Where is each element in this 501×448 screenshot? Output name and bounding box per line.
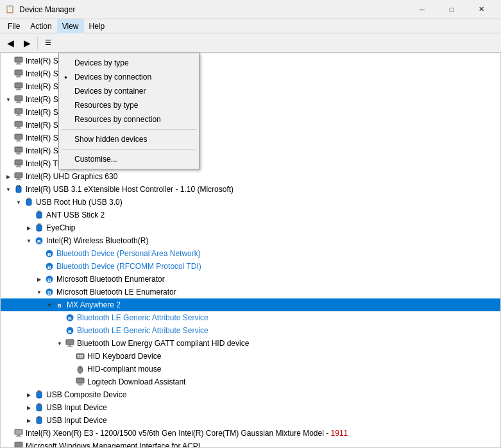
svg-rect-5 [16, 76, 21, 78]
tree-item[interactable]: ▶Intel(R) UHD Graphics 630 [1, 170, 500, 183]
device-name: HID-compliant mouse [87, 365, 161, 374]
expand-icon[interactable]: ▼ [34, 287, 44, 297]
menu-customise[interactable]: Customise... [59, 152, 199, 166]
svg-rect-73 [37, 392, 42, 398]
menu-bar: File Action View Help Devices by type De… [0, 19, 501, 33]
svg-rect-15 [15, 121, 22, 126]
device-icon [13, 120, 24, 130]
tree-item[interactable]: HID-compliant mouse [1, 363, 500, 375]
svg-rect-17 [16, 128, 21, 129]
device-name: Bluetooth LE Generic Attribute Service [77, 326, 208, 335]
expand-icon[interactable]: ▼ [3, 184, 13, 194]
tree-item[interactable]: ▼USB Root Hub (USB 3.0) [1, 196, 500, 209]
tree-item[interactable]: ▶EyeChip [1, 221, 500, 234]
expand-icon [65, 351, 75, 361]
toolbar-properties-btn[interactable]: ☰ [40, 35, 56, 51]
menu-devices-by-container[interactable]: Devices by container [59, 84, 199, 98]
device-icon [34, 223, 44, 233]
device-name: Microsoft Bluetooth LE Enumerator [56, 288, 176, 297]
tree-item[interactable]: ANT USB Stick 2 [1, 209, 500, 221]
tree-item[interactable]: ▶USB Input Device [1, 401, 500, 414]
menu-show-hidden[interactable]: Show hidden devices [59, 132, 199, 146]
tree-item[interactable]: Microsoft Windows Management Interface f… [1, 440, 500, 448]
menu-devices-by-type[interactable]: Devices by type [59, 56, 199, 70]
device-icon [75, 351, 85, 361]
tree-item[interactable]: ▶USB Composite Device [1, 388, 500, 401]
tree-item[interactable]: ▼Bluetooth Low Energy GATT compliant HID… [1, 337, 500, 350]
close-button[interactable]: ✕ [466, 0, 496, 19]
menu-devices-by-connection[interactable]: Devices by connection [59, 70, 199, 84]
expand-icon[interactable]: ▼ [44, 300, 55, 310]
svg-text:B: B [68, 316, 72, 322]
device-icon: B [55, 300, 65, 310]
menu-resources-by-type[interactable]: Resources by type [59, 98, 199, 112]
svg-rect-31 [17, 185, 19, 187]
expand-icon[interactable]: ▼ [55, 338, 65, 349]
tree-item[interactable]: BBluetooth Device (Personal Area Network… [1, 247, 500, 260]
tree-item[interactable]: Logitech Download Assistant [1, 375, 500, 388]
expand-icon [3, 107, 13, 117]
menu-view[interactable]: View [57, 19, 84, 33]
device-name: EyeChip [46, 223, 75, 232]
expand-icon[interactable]: ▶ [34, 274, 44, 284]
svg-rect-60 [67, 346, 72, 347]
device-name: Bluetooth Device (RFCOMM Protocol TDI) [56, 262, 201, 271]
tree-item[interactable]: HID Keyboard Device [1, 350, 500, 363]
toolbar-back-btn[interactable]: ◀ [3, 35, 18, 51]
svg-rect-75 [40, 390, 41, 392]
svg-rect-39 [37, 225, 42, 231]
expand-icon[interactable]: ▶ [24, 402, 34, 413]
svg-rect-11 [16, 102, 21, 103]
expand-icon[interactable]: ▼ [13, 197, 24, 207]
menu-help[interactable]: Help [84, 19, 110, 33]
menu-file[interactable]: File [3, 19, 25, 33]
svg-rect-20 [16, 141, 21, 142]
tree-item[interactable]: ▶USB Input Device [1, 414, 500, 427]
svg-rect-28 [17, 178, 20, 179]
device-name: USB Composite Device [46, 390, 126, 399]
tree-item[interactable]: BBluetooth LE Generic Attribute Service [1, 311, 500, 324]
expand-icon[interactable]: ▶ [3, 171, 13, 182]
svg-rect-9 [15, 96, 22, 101]
expand-icon[interactable]: ▼ [24, 236, 34, 246]
tree-item[interactable]: BBluetooth LE Generic Attribute Service [1, 324, 500, 337]
separator-2 [62, 149, 196, 150]
app-icon: 📋 [5, 4, 15, 15]
menu-action[interactable]: Action [25, 19, 56, 33]
expand-icon[interactable]: ▶ [24, 223, 34, 233]
svg-rect-25 [17, 165, 20, 166]
expand-icon[interactable]: ▼ [3, 94, 13, 105]
device-icon: B [44, 274, 55, 284]
tree-item[interactable]: BBluetooth Device (RFCOMM Protocol TDI) [1, 260, 500, 273]
svg-text:B: B [37, 239, 41, 245]
minimize-button[interactable]: ─ [407, 0, 437, 19]
svg-rect-84 [16, 436, 21, 437]
tree-item[interactable]: ▼Intel(R) USB 3.1 eXtensible Host Contro… [1, 183, 500, 196]
svg-rect-59 [69, 345, 71, 346]
svg-rect-58 [66, 340, 74, 345]
device-icon: B [44, 248, 55, 259]
svg-rect-1 [17, 62, 20, 64]
menu-resources-by-connection[interactable]: Resources by connection [59, 112, 199, 126]
device-icon [65, 338, 75, 349]
maximize-button[interactable]: □ [437, 0, 466, 19]
tree-item[interactable]: Intel(R) Xeon(R) E3 - 1200/1500 v5/6th G… [1, 427, 500, 440]
svg-rect-81 [40, 416, 41, 418]
tree-item[interactable]: ▶BMicrosoft Bluetooth Enumerator [1, 273, 500, 286]
window-controls: ─ □ ✕ [407, 0, 496, 19]
svg-rect-33 [26, 199, 31, 205]
toolbar-forward-btn[interactable]: ▶ [19, 35, 35, 51]
svg-rect-71 [79, 383, 81, 384]
svg-rect-67 [81, 357, 83, 358]
svg-rect-19 [17, 139, 20, 141]
expand-icon[interactable]: ▶ [24, 390, 34, 400]
device-icon [13, 441, 24, 448]
expand-icon [3, 133, 13, 143]
expand-icon[interactable]: ▶ [24, 415, 34, 426]
tree-item[interactable]: ▼BMicrosoft Bluetooth LE Enumerator [1, 286, 500, 298]
toolbar: ◀ ▶ ☰ [0, 33, 501, 53]
tree-item[interactable]: ▼BMX Anywhere 2 [1, 298, 500, 311]
tree-item[interactable]: ▼BIntel(R) Wireless Bluetooth(R) [1, 234, 500, 247]
device-icon: B [44, 287, 55, 297]
svg-rect-14 [16, 115, 21, 116]
